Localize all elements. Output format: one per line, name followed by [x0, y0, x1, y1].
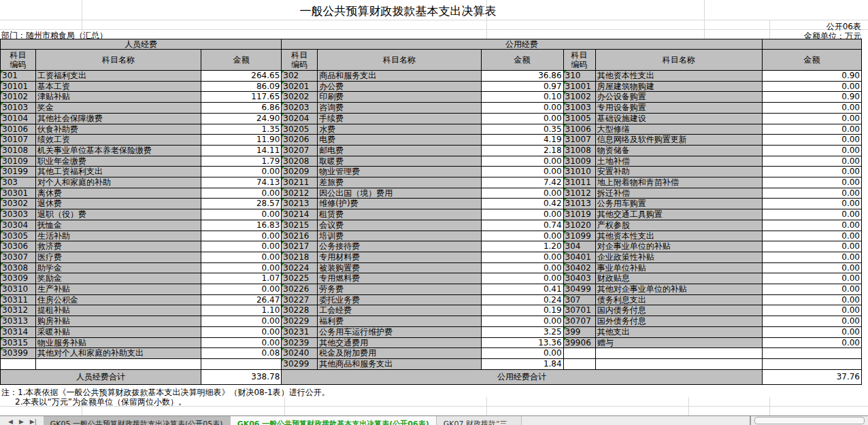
cell-name[interactable] [36, 358, 201, 369]
col-header-name[interactable]: 科目名称 [36, 50, 201, 71]
cell-amount[interactable]: 0.00 [762, 135, 861, 146]
cell-code[interactable]: 30204 [282, 113, 318, 124]
cell-code[interactable]: 31009 [563, 156, 595, 167]
cell-code[interactable]: 31006 [563, 124, 595, 135]
cell-name[interactable]: 离休费 [36, 188, 201, 199]
cell-amount[interactable]: 0.19 [481, 305, 563, 316]
cell-code[interactable]: 39906 [563, 337, 595, 348]
cell-code[interactable]: 30240 [282, 348, 318, 359]
cell-code[interactable]: 30311 [1, 294, 36, 305]
cell-code[interactable]: 30208 [282, 156, 318, 167]
cell-name[interactable]: 伙食补助费 [36, 124, 201, 135]
cell-amount[interactable]: 0.00 [201, 167, 282, 177]
cell-name[interactable]: 培训费 [318, 231, 481, 241]
cell-amount[interactable]: 0.00 [762, 145, 861, 156]
col-header-amount[interactable]: 金额 [201, 50, 282, 71]
cell-code[interactable]: 31099 [563, 231, 595, 241]
cell-name[interactable]: 土地补偿 [595, 156, 762, 167]
cell-name[interactable]: 奖励金 [36, 273, 201, 284]
cell-amount[interactable] [201, 358, 282, 369]
cell-name[interactable]: 对企事业单位的补贴 [595, 241, 762, 252]
cell-amount[interactable]: 1.35 [201, 124, 282, 135]
cell-name[interactable]: 住房公积金 [36, 294, 201, 305]
cell-amount[interactable] [762, 358, 861, 369]
cell-amount[interactable]: 1.20 [481, 241, 563, 252]
cell-code[interactable]: 30399 [1, 348, 36, 359]
cell-amount[interactable]: 0.00 [481, 188, 563, 199]
cell-amount[interactable]: 0.00 [481, 316, 563, 327]
cell-name[interactable]: 地上附着物和青苗补偿 [595, 177, 762, 188]
cell-name[interactable]: 邮电费 [318, 145, 481, 156]
cell-code[interactable]: 30207 [282, 145, 318, 156]
cell-amount[interactable]: 0.00 [762, 284, 861, 295]
cell-code[interactable]: 30403 [563, 273, 595, 284]
cell-amount[interactable]: 0.00 [762, 177, 861, 188]
cell-name[interactable]: 委托业务费 [318, 294, 481, 305]
cell-amount[interactable]: 0.00 [762, 262, 861, 273]
cell-name[interactable]: 拆迁补偿 [595, 188, 762, 199]
cell-code[interactable]: 30217 [282, 241, 318, 252]
cell-code[interactable]: 303 [1, 177, 36, 188]
cell-amount[interactable]: 1.84 [481, 358, 563, 369]
cell-code[interactable]: 31020 [563, 220, 595, 231]
cell-name[interactable]: 其他对个人和家庭的补助支出 [36, 348, 201, 359]
col-header-name[interactable]: 科目名称 [318, 50, 481, 71]
cell-name[interactable]: 水费 [318, 124, 481, 135]
cell-code[interactable]: 30108 [1, 145, 36, 156]
cell-code[interactable]: 31013 [563, 199, 595, 209]
cell-code[interactable]: 30306 [1, 241, 36, 252]
cell-amount[interactable]: 0.00 [481, 252, 563, 262]
cell-code[interactable]: 30199 [1, 167, 36, 177]
cell-amount[interactable]: 36.86 [481, 71, 563, 82]
cell-name[interactable]: 专用燃料费 [318, 273, 481, 284]
cell-amount[interactable]: 0.00 [481, 348, 563, 359]
cell-code[interactable]: 30216 [282, 231, 318, 241]
cell-amount[interactable]: 1.10 [201, 305, 282, 316]
cell-code[interactable]: 31008 [563, 145, 595, 156]
cell-amount[interactable]: 0.00 [762, 124, 861, 135]
cell-name[interactable]: 基本工资 [36, 81, 201, 92]
cell-amount[interactable]: 0.00 [762, 316, 861, 327]
col-header-name[interactable]: 科目名称 [595, 50, 762, 71]
cell-name[interactable]: 其他交通费用 [318, 337, 481, 348]
cell-amount[interactable]: 0.74 [481, 220, 563, 231]
cell-amount[interactable]: 28.57 [201, 199, 282, 209]
cell-code[interactable]: 30229 [282, 316, 318, 327]
cell-code[interactable]: 30212 [282, 188, 318, 199]
cell-amount[interactable]: 0.00 [762, 305, 861, 316]
cell-code[interactable]: 30218 [282, 252, 318, 262]
cell-code[interactable]: 31011 [563, 177, 595, 188]
cell-code[interactable] [563, 358, 595, 369]
tab-nav-prev-icon[interactable]: ◀ [8, 418, 13, 425]
cell-code[interactable]: 304 [563, 241, 595, 252]
cell-amount[interactable]: 0.00 [481, 156, 563, 167]
cell-code[interactable]: 31003 [563, 103, 595, 114]
cell-code[interactable]: 30231 [282, 326, 318, 337]
cell-code[interactable]: 30401 [563, 252, 595, 262]
cell-name[interactable]: 国内债务付息 [595, 305, 762, 316]
cell-name[interactable]: 专用设备购置 [595, 103, 762, 114]
cell-code[interactable]: 30201 [282, 81, 318, 92]
cell-code[interactable]: 31002 [563, 92, 595, 103]
cell-amount[interactable]: 0.00 [481, 167, 563, 177]
cell-name[interactable]: 咨询费 [318, 103, 481, 114]
cell-code[interactable]: 30226 [282, 284, 318, 295]
public-total-amount[interactable]: 37.76 [762, 369, 861, 384]
cell-name[interactable]: 专用材料费 [318, 252, 481, 262]
cell-name[interactable]: 公务接待费 [318, 241, 481, 252]
cell-name[interactable]: 购房补贴 [36, 316, 201, 327]
cell-amount[interactable]: 3.25 [481, 326, 563, 337]
cell-name[interactable]: 助学金 [36, 262, 201, 273]
cell-name[interactable]: 公务用车购置 [595, 199, 762, 209]
cell-code[interactable]: 30109 [1, 156, 36, 167]
cell-code[interactable]: 30301 [1, 188, 36, 199]
cell-code[interactable]: 30308 [1, 262, 36, 273]
cell-name[interactable]: 职业年金缴费 [36, 156, 201, 167]
cell-amount[interactable]: 1.79 [201, 156, 282, 167]
cell-amount[interactable]: 0.35 [481, 124, 563, 135]
cell-code[interactable]: 30101 [1, 81, 36, 92]
tab-nav-last-icon[interactable]: ▶| [30, 418, 37, 425]
cell-code[interactable]: 30224 [282, 262, 318, 273]
cell-name[interactable]: 赠与 [595, 337, 762, 348]
cell-code[interactable]: 302 [282, 71, 318, 82]
